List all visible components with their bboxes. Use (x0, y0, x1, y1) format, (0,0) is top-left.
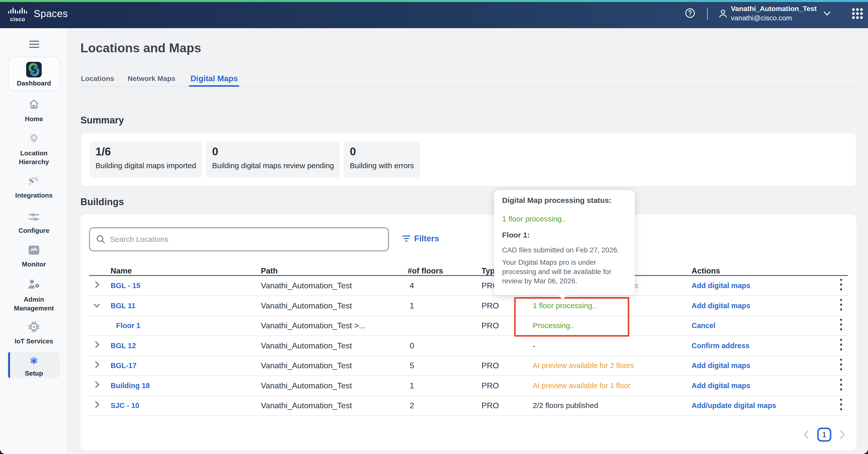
svg-text:cisco: cisco (10, 16, 25, 22)
